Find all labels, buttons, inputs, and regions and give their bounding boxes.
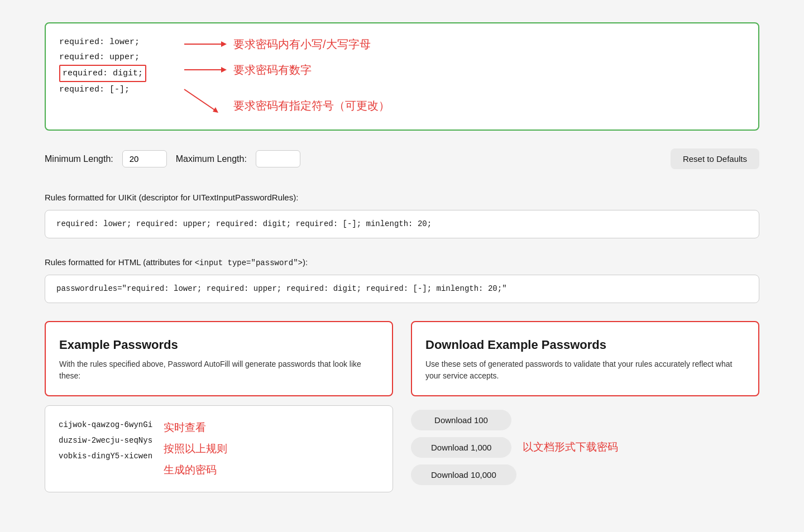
example-passwords-desc: With the rules specified above, Password… [59,358,379,382]
code-line-2: required: upper; [59,50,171,65]
code-line-3: required: digit; [59,65,171,82]
bottom-content: cijwok-qawzog-6wynGi duzsiw-2wecju-seqNy… [45,405,759,492]
download-panel: Download Example Passwords Use these set… [411,321,759,396]
annotation-label-3: 要求密码有指定符号（可更改） [233,97,390,114]
passwords-annotation: 实时查看按照以上规则生成的密码 [164,417,227,481]
annotation-label-1: 要求密码内有小写/大写字母 [233,36,371,52]
uikit-rules-label: Rules formatted for UIKit (descriptor fo… [45,191,759,204]
download-area: Download 100 Download 1,000 以文档形式下载密码 Do… [411,410,759,485]
annotation-labels: 要求密码内有小写/大写字母 要求密码有数字 要求密码有指定符号（可更改） [171,35,745,118]
arrow-3-icon [182,87,227,114]
min-length-label: Minimum Length: [45,152,113,166]
max-length-input[interactable] [256,150,300,167]
annotation-box: required: lower; required: upper; requir… [45,22,759,131]
passwords-box: cijwok-qawzog-6wynGi duzsiw-2wecju-seqNy… [45,405,393,492]
download-row-2: Download 1,000 以文档形式下载密码 [411,437,759,458]
download-buttons-area: Download 100 Download 1,000 以文档形式下载密码 Do… [411,405,759,492]
reset-defaults-button[interactable]: Reset to Defaults [671,148,759,169]
download-1000-button[interactable]: Download 1,000 [411,437,511,458]
password-2: duzsiw-2wecju-seqNys [59,433,152,448]
uikit-rules-output: required: lower; required: upper; requir… [45,210,759,238]
min-length-input[interactable] [122,150,167,167]
download-panel-title: Download Example Passwords [425,336,745,354]
html-rules-section: Rules formatted for HTML (attributes for… [45,256,759,303]
svg-line-4 [184,89,216,111]
code-line-4: required: [-]; [59,82,171,97]
svg-marker-3 [221,67,227,73]
html-rules-label: Rules formatted for HTML (attributes for… [45,256,759,269]
svg-marker-1 [221,41,227,47]
download-10000-button[interactable]: Download 10,000 [411,464,516,485]
uikit-rules-section: Rules formatted for UIKit (descriptor fo… [45,191,759,238]
annotation-code-block: required: lower; required: upper; requir… [59,35,171,97]
passwords-list: cijwok-qawzog-6wynGi duzsiw-2wecju-seqNy… [59,417,152,464]
example-passwords-panel: Example Passwords With the rules specifi… [45,321,393,396]
length-row: Minimum Length: Maximum Length: Reset to… [45,148,759,169]
example-passwords-title: Example Passwords [59,336,379,354]
download-row-3: Download 10,000 [411,464,759,485]
html-rules-output: passwordrules="required: lower; required… [45,275,759,303]
download-panel-desc: Use these sets of generated passwords to… [425,358,745,382]
svg-marker-5 [213,107,218,113]
arrow-1-icon [182,37,227,51]
download-annotation: 以文档形式下载密码 [523,439,618,456]
download-100-button[interactable]: Download 100 [411,410,511,430]
arrow-2-icon [182,63,227,76]
password-3: vobkis-dingY5-xicwen [59,448,152,464]
max-length-label: Maximum Length: [176,152,247,166]
annotation-label-2: 要求密码有数字 [233,61,312,78]
code-line-1: required: lower; [59,35,171,50]
password-1: cijwok-qawzog-6wynGi [59,417,152,433]
bottom-panels: Example Passwords With the rules specifi… [45,321,759,396]
download-row-1: Download 100 [411,410,759,430]
